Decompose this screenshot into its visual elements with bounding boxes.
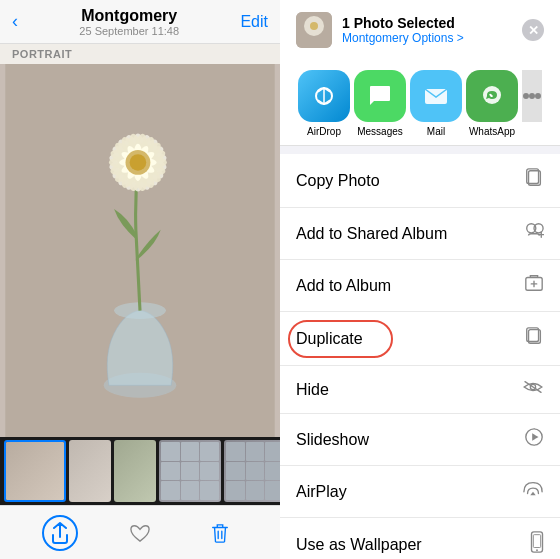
share-button[interactable] [42, 515, 78, 551]
favorite-button[interactable] [122, 515, 158, 551]
share-header: 1 Photo Selected Montgomery Options > ✕ [280, 0, 560, 146]
airdrop-label: AirDrop [307, 126, 341, 137]
strip-thumb-4[interactable] [159, 440, 221, 502]
whatsapp-button[interactable]: WhatsApp [466, 70, 518, 137]
share-header-row: 1 Photo Selected Montgomery Options > ✕ [296, 12, 544, 48]
hide-item[interactable]: Hide [280, 366, 560, 414]
svg-point-31 [310, 22, 318, 30]
add-album-icon [524, 273, 544, 298]
share-album-options: Montgomery Options > [342, 31, 464, 45]
svg-point-35 [523, 93, 529, 99]
portrait-label: PORTRAIT [0, 44, 280, 64]
back-button[interactable]: ‹ [12, 11, 18, 32]
svg-point-49 [536, 549, 538, 551]
mail-button[interactable]: Mail [410, 70, 462, 137]
messages-icon [354, 70, 406, 122]
share-thumbnail [296, 12, 332, 48]
add-shared-album-label: Add to Shared Album [296, 225, 447, 243]
share-menu: Copy Photo Add to Shared Album Add t [280, 154, 560, 559]
close-icon: ✕ [528, 23, 539, 38]
mail-icon [410, 70, 462, 122]
strip-thumb-5[interactable] [224, 440, 280, 502]
heart-icon [129, 523, 151, 543]
share-photo-info: 1 Photo Selected Montgomery Options > [296, 12, 464, 48]
wallpaper-icon [530, 531, 544, 558]
svg-point-37 [535, 93, 541, 99]
strip-thumb-3[interactable] [114, 440, 156, 502]
airplay-icon [522, 479, 544, 504]
share-options-link[interactable]: Options > [412, 31, 464, 45]
photo-panel: ‹ Montgomery 25 September 11:48 Edit POR… [0, 0, 280, 559]
add-shared-album-item[interactable]: Add to Shared Album [280, 208, 560, 260]
add-shared-album-icon [524, 221, 544, 246]
add-album-label: Add to Album [296, 277, 391, 295]
whatsapp-icon [466, 70, 518, 122]
close-button[interactable]: ✕ [522, 19, 544, 41]
bottom-toolbar [0, 505, 280, 559]
share-info-text: 1 Photo Selected Montgomery Options > [342, 15, 464, 45]
strip-thumb-2[interactable] [69, 440, 111, 502]
nav-title: Montgomery 25 September 11:48 [79, 7, 179, 37]
back-chevron-icon: ‹ [12, 11, 18, 32]
more-apps-button[interactable] [522, 70, 542, 137]
messages-button[interactable]: Messages [354, 70, 406, 137]
hide-icon [522, 379, 544, 400]
main-photo [0, 64, 280, 437]
slideshow-icon [524, 427, 544, 452]
nav-bar: ‹ Montgomery 25 September 11:48 Edit [0, 0, 280, 44]
airdrop-icon [298, 70, 350, 122]
app-icons-row: AirDrop Messages Mail [296, 58, 544, 145]
copy-photo-item[interactable]: Copy Photo [280, 154, 560, 208]
album-title: Montgomery [79, 7, 179, 25]
mail-label: Mail [427, 126, 445, 137]
wallpaper-item[interactable]: Use as Wallpaper [280, 518, 560, 559]
slideshow-item[interactable]: Slideshow [280, 414, 560, 466]
share-count-label: 1 Photo Selected [342, 15, 464, 31]
add-album-item[interactable]: Add to Album [280, 260, 560, 312]
photo-strip [0, 437, 280, 505]
duplicate-icon [524, 325, 544, 352]
duplicate-item[interactable]: Duplicate [280, 312, 560, 366]
copy-photo-icon [524, 167, 544, 194]
share-icon [50, 522, 70, 544]
svg-rect-48 [533, 535, 540, 548]
share-panel: 1 Photo Selected Montgomery Options > ✕ [280, 0, 560, 559]
hide-label: Hide [296, 381, 329, 399]
airplay-item[interactable]: AirPlay [280, 466, 560, 518]
trash-icon [210, 522, 230, 544]
duplicate-label: Duplicate [296, 330, 363, 348]
slideshow-label: Slideshow [296, 431, 369, 449]
wallpaper-label: Use as Wallpaper [296, 536, 422, 554]
whatsapp-label: WhatsApp [469, 126, 515, 137]
airplay-label: AirPlay [296, 483, 347, 501]
svg-point-28 [130, 154, 147, 171]
strip-thumb-1[interactable] [4, 440, 66, 502]
copy-photo-label: Copy Photo [296, 172, 380, 190]
svg-point-36 [529, 93, 535, 99]
edit-button[interactable]: Edit [240, 13, 268, 31]
delete-button[interactable] [202, 515, 238, 551]
share-album-name: Montgomery [342, 31, 409, 45]
airdrop-button[interactable]: AirDrop [298, 70, 350, 137]
more-apps-icon [522, 70, 542, 122]
flower-image [0, 64, 280, 437]
messages-label: Messages [357, 126, 403, 137]
photo-date: 25 September 11:48 [79, 25, 179, 37]
